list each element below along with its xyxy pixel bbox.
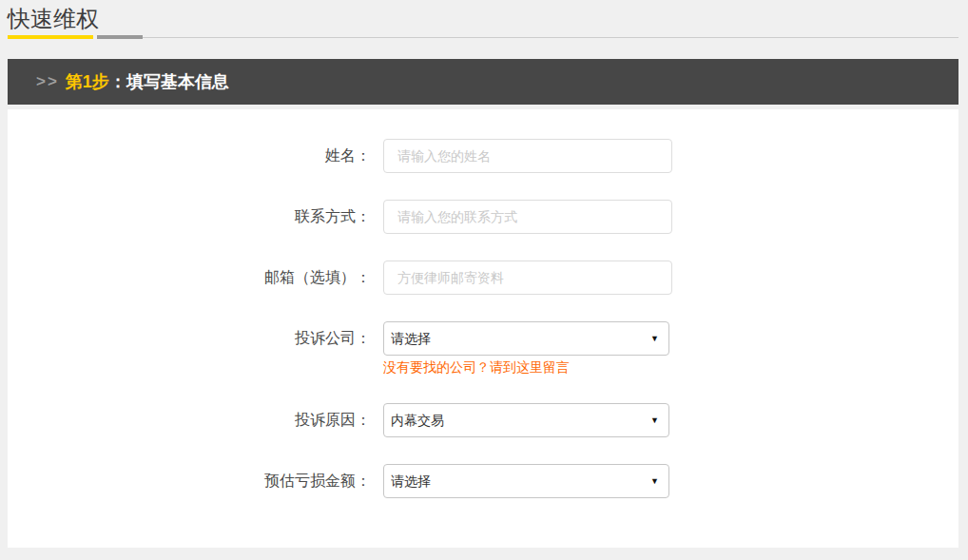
reason-select[interactable]: 内幕交易: [383, 403, 669, 437]
reason-select-wrap: 内幕交易 ▼: [383, 403, 669, 437]
form-row-loss-amount: 预估亏损金额： 请选择 ▼: [8, 464, 958, 498]
chevrons-icon: >>: [36, 72, 59, 91]
step-number: 第1步: [66, 70, 109, 93]
contact-label: 联系方式：: [8, 200, 371, 234]
underline-rule: [143, 37, 958, 38]
form-row-reason: 投诉原因： 内幕交易 ▼: [8, 403, 958, 437]
reason-label: 投诉原因：: [8, 403, 371, 437]
form-row-email: 邮箱（选填）：: [8, 261, 958, 295]
company-label: 投诉公司：: [8, 321, 371, 377]
form-row-name: 姓名：: [8, 139, 958, 173]
email-input[interactable]: [383, 261, 672, 295]
name-label: 姓名：: [8, 139, 371, 173]
loss-amount-select-wrap: 请选择 ▼: [383, 464, 669, 498]
name-input[interactable]: [383, 139, 672, 173]
company-help-link[interactable]: 没有要找的公司？请到这里留言: [383, 358, 669, 377]
loss-amount-select[interactable]: 请选择: [383, 464, 669, 498]
title-underline: [8, 35, 958, 39]
email-label: 邮箱（选填）：: [8, 261, 371, 295]
company-select[interactable]: 请选择: [383, 321, 669, 356]
company-select-wrap: 请选择 ▼: [383, 321, 669, 356]
form-row-contact: 联系方式：: [8, 200, 958, 234]
step-bar-title: ：填写基本信息: [109, 70, 229, 93]
page-title: 快速维权: [8, 4, 958, 33]
form-row-company: 投诉公司： 请选择 ▼ 没有要找的公司？请到这里留言: [8, 321, 958, 377]
underline-secondary-bar: [97, 35, 143, 39]
form-card: 姓名： 联系方式： 邮箱（选填）： 投诉公司：: [8, 109, 958, 548]
loss-amount-label: 预估亏损金额：: [8, 464, 371, 498]
page: 快速维权 >> 第1步 ：填写基本信息 姓名： 联系方式：: [0, 0, 968, 548]
page-header: 快速维权: [8, 4, 958, 39]
step-bar: >> 第1步 ：填写基本信息: [8, 59, 958, 105]
quick-rights-form: 姓名： 联系方式： 邮箱（选填）： 投诉公司：: [8, 139, 958, 498]
underline-accent-bar: [8, 35, 93, 39]
contact-input[interactable]: [383, 200, 672, 234]
